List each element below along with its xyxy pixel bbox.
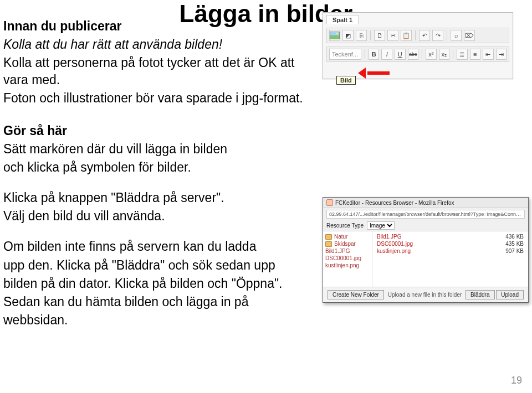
folder-label: Bild1.JPG (325, 248, 350, 254)
folder-icon (325, 241, 332, 247)
image-button[interactable] (329, 30, 340, 41)
window-icon (326, 199, 333, 206)
resource-toolbar: Resource Type Image (323, 220, 528, 231)
separator (365, 49, 365, 59)
subscript-button[interactable]: x₂ (439, 49, 450, 60)
browser-footer: Create New Folder Upload a new file in t… (323, 287, 528, 302)
separator (453, 49, 453, 59)
toolbar-button[interactable]: ◩ (342, 30, 354, 41)
folder-icon (325, 234, 332, 240)
list-button[interactable]: ≣ (457, 49, 468, 60)
folder-label: kustlinjen.png (325, 262, 359, 268)
paragraph-upload-d: Sedan kan du hämta bilden och lägga in p… (3, 293, 314, 311)
toolbar-button[interactable]: 📋 (401, 30, 412, 41)
left-column: Innan du publicerar Kolla att du har rät… (3, 18, 314, 330)
strike-button[interactable]: abc (408, 49, 419, 60)
folder-item[interactable]: kustlinjen.png (325, 262, 370, 268)
paragraph-browse-server-b: Välj den bild du vill använda. (3, 208, 314, 225)
create-folder-button[interactable]: Create New Folder (328, 290, 384, 299)
paragraph-rights: Kolla att du har rätt att använda bilden… (3, 36, 314, 53)
folder-item[interactable]: DSC00001.jpg (325, 255, 370, 261)
paragraph-cursor-b: och klicka på symbolen för bilder. (3, 159, 314, 176)
file-size: 435 KB (505, 241, 524, 247)
toolbar-button[interactable]: ↶ (419, 30, 430, 41)
indent-button[interactable]: ⇥ (496, 49, 507, 60)
paragraph-upload-b: upp den. Klicka på "Bläddra" och sök sed… (3, 257, 314, 274)
font-select[interactable]: Teckenf... (329, 49, 361, 60)
folder-label: Natur (334, 234, 347, 240)
paragraph-upload-a: Om bilden inte finns på servern kan du l… (3, 238, 314, 255)
image-icon (330, 32, 340, 39)
file-name: kustlinjen.png (377, 248, 411, 254)
list-button[interactable]: ≡ (470, 49, 481, 60)
toolbar-row-2: Teckenf... B I U abc x² x₂ ≣ ≡ ⇤ ⇥ (326, 46, 509, 62)
toolbar-button[interactable]: ⌕ (451, 30, 462, 41)
folder-item[interactable]: Natur (325, 234, 370, 240)
folder-label: Skidspar (334, 241, 356, 247)
file-row[interactable]: DSC00001.jpg435 KB (377, 241, 524, 247)
file-size: 436 KB (505, 234, 524, 240)
heading-how: Gör så här (3, 122, 314, 139)
underline-button[interactable]: U (395, 49, 406, 60)
folder-item[interactable]: Bild1.JPG (325, 248, 370, 254)
resource-type-select[interactable]: Image (367, 221, 395, 230)
editor-tab[interactable]: Spalt 1 (326, 15, 359, 24)
bold-button[interactable]: B (369, 49, 380, 60)
file-list: Bild1.JPG436 KB DSC00001.jpg435 KB kustl… (372, 231, 528, 287)
file-row[interactable]: Bild1.JPG436 KB (377, 234, 524, 240)
page-number: 19 (511, 375, 522, 386)
file-size: 907 KB (505, 248, 524, 254)
toolbar-row-1: ◩ ⎘ 🗋 ✂ 📋 ↶ ↷ ⌕ ⌦ (326, 28, 509, 43)
browse-button[interactable]: Bläddra (466, 290, 494, 299)
editor-panel: Spalt 1 ◩ ⎘ 🗋 ✂ 📋 ↶ ↷ ⌕ ⌦ Teckenf... B (323, 12, 513, 79)
outdent-button[interactable]: ⇤ (483, 49, 494, 60)
paragraph-people: Kolla att personerna på fotot tycker att… (3, 54, 314, 89)
paragraph-upload-c: bilden på din dator. Klicka på bilden oc… (3, 275, 314, 292)
upload-button[interactable]: Upload (496, 290, 524, 299)
callout-arrow-icon (362, 66, 390, 80)
figure-editor-toolbar: Spalt 1 ◩ ⎘ 🗋 ✂ 📋 ↶ ↷ ⌕ ⌦ Teckenf... B (323, 12, 516, 79)
toolbar-button[interactable]: ✂ (387, 30, 398, 41)
italic-button[interactable]: I (381, 49, 392, 60)
browser-window: FCKeditor - Resources Browser - Mozilla … (323, 197, 529, 303)
superscript-button[interactable]: x² (426, 49, 437, 60)
toolbar-button[interactable]: ⌦ (464, 30, 475, 41)
heading-before-publish: Innan du publicerar (3, 18, 314, 35)
window-titlebar: FCKeditor - Resources Browser - Mozilla … (323, 198, 528, 208)
window-title: FCKeditor - Resources Browser - Mozilla … (335, 200, 454, 206)
figure-file-browser: FCKeditor - Resources Browser - Mozilla … (323, 197, 528, 303)
separator (370, 30, 371, 40)
separator (422, 49, 422, 59)
tooltip-bild: Bild (336, 76, 356, 85)
paragraph-cursor-a: Sätt markören där du vill lägga in bilde… (3, 141, 314, 158)
folder-tree: Natur Skidspar Bild1.JPG DSC00001.jpg ku… (323, 231, 372, 287)
paragraph-jpg: Foton och illustrationer bör vara sparad… (3, 90, 314, 107)
file-name: DSC00001.jpg (377, 241, 413, 247)
paragraph-upload-e: webbsidan. (3, 312, 314, 329)
resource-type-label: Resource Type (326, 223, 364, 229)
separator (415, 30, 416, 40)
toolbar-button[interactable]: ↷ (432, 30, 443, 41)
address-bar[interactable]: 82.99.64.147/.../editor/filemanager/brow… (326, 210, 525, 219)
toolbar-button[interactable]: ⎘ (356, 30, 367, 41)
toolbar-button[interactable]: 🗋 (374, 30, 385, 41)
file-row[interactable]: kustlinjen.png907 KB (377, 248, 524, 254)
folder-item[interactable]: Skidspar (325, 241, 370, 247)
browser-body: Natur Skidspar Bild1.JPG DSC00001.jpg ku… (323, 231, 528, 287)
paragraph-browse-server-a: Klicka på knappen "Bläddra på server". (3, 189, 314, 206)
folder-label: DSC00001.jpg (325, 255, 361, 261)
upload-label: Upload a new file in this folder (388, 292, 462, 298)
file-name: Bild1.JPG (377, 234, 401, 240)
separator (447, 30, 447, 40)
